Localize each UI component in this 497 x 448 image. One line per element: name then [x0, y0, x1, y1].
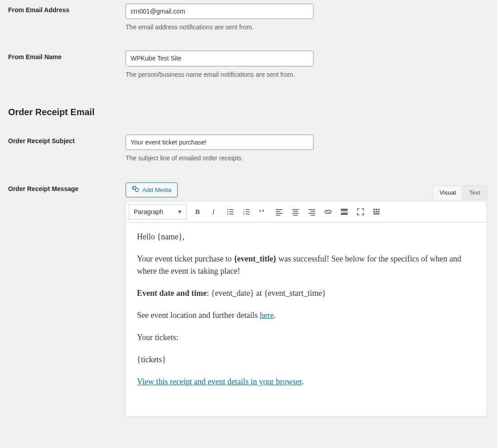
svg-rect-5 [230, 209, 234, 210]
svg-rect-21 [293, 211, 298, 212]
editor-toolbar: Paragraph ▼ B I 123 [126, 201, 487, 223]
message-line5: {tickets} [137, 354, 476, 366]
receipt-subject-label: Order Receipt Subject [8, 135, 126, 145]
svg-rect-27 [311, 215, 315, 216]
svg-rect-20 [292, 209, 299, 210]
add-media-button[interactable]: Add Media [126, 182, 178, 197]
bullet-list-button[interactable] [223, 204, 238, 219]
svg-rect-37 [374, 214, 380, 215]
svg-rect-25 [311, 211, 315, 212]
from-email-label: From Email Address [8, 4, 126, 14]
link-button[interactable] [320, 204, 336, 219]
format-dropdown[interactable]: Paragraph ▼ [129, 204, 187, 219]
here-link[interactable]: here [260, 311, 274, 320]
message-line3: See event location and further details h… [137, 309, 476, 322]
numbered-list-button[interactable]: 123 [239, 204, 254, 219]
add-media-label: Add Media [142, 187, 172, 193]
svg-rect-16 [276, 209, 283, 210]
tab-text[interactable]: Text [462, 186, 487, 200]
fullscreen-button[interactable] [353, 204, 368, 219]
svg-rect-31 [374, 209, 375, 210]
svg-rect-9 [230, 214, 234, 215]
svg-rect-11 [246, 209, 250, 210]
svg-rect-30 [341, 213, 348, 215]
align-right-button[interactable] [304, 204, 319, 219]
svg-rect-23 [293, 215, 298, 216]
svg-point-4 [227, 209, 229, 210]
from-name-input[interactable] [126, 51, 314, 66]
receipt-subject-input[interactable] [126, 135, 314, 150]
editor-content[interactable]: Hello {name}, Your event ticket purchase… [126, 223, 487, 416]
media-icon [131, 185, 140, 195]
svg-rect-15 [246, 214, 250, 215]
from-name-help: The person/business name email notificat… [126, 71, 489, 78]
svg-text:I: I [212, 208, 215, 215]
toolbar-toggle-button[interactable] [369, 204, 384, 219]
svg-rect-19 [276, 215, 281, 216]
svg-rect-22 [292, 213, 299, 214]
svg-point-6 [227, 211, 229, 213]
svg-text:3: 3 [243, 213, 244, 215]
align-left-button[interactable] [272, 204, 287, 219]
svg-text:B: B [195, 208, 200, 215]
svg-rect-26 [309, 213, 315, 214]
align-center-button[interactable] [288, 204, 303, 219]
svg-rect-18 [276, 213, 283, 214]
view-receipt-link[interactable]: View this receipt and event details in y… [137, 377, 302, 386]
order-receipt-email-heading: Order Receipt Email [8, 107, 489, 117]
svg-rect-35 [376, 211, 377, 213]
format-dropdown-label: Paragraph [134, 208, 163, 215]
message-line6: View this receipt and event details in y… [137, 376, 476, 388]
wysiwyg-editor: Paragraph ▼ B I 123 [126, 201, 487, 416]
svg-rect-13 [246, 211, 250, 212]
message-line1: Your event ticket purchase to {event_tit… [137, 253, 476, 277]
receipt-subject-help: The subject line of emailed order receip… [126, 154, 489, 162]
from-email-input[interactable] [126, 4, 314, 19]
blockquote-button[interactable] [255, 204, 271, 219]
svg-point-1 [135, 188, 139, 192]
from-email-help: The email address notifications are sent… [126, 23, 489, 31]
message-greeting: Hello {name}, [137, 231, 476, 243]
svg-rect-28 [341, 209, 348, 211]
svg-rect-32 [376, 209, 377, 210]
svg-point-8 [227, 214, 229, 215]
bold-button[interactable]: B [190, 204, 206, 219]
italic-button[interactable]: I [206, 204, 222, 219]
chevron-down-icon: ▼ [177, 209, 183, 215]
svg-rect-36 [378, 211, 380, 213]
tab-visual[interactable]: Visual [433, 186, 463, 200]
svg-rect-7 [230, 211, 234, 212]
svg-rect-33 [378, 209, 380, 210]
message-line2: Event date and time: {event_date} at {ev… [137, 287, 476, 299]
svg-rect-17 [276, 211, 281, 212]
read-more-button[interactable] [337, 204, 352, 219]
svg-rect-34 [374, 211, 375, 213]
receipt-message-label: Order Receipt Message [8, 182, 126, 192]
message-line4: Your tickets: [137, 331, 476, 344]
svg-rect-29 [341, 211, 348, 212]
svg-rect-24 [309, 209, 315, 210]
from-name-label: From Email Name [8, 51, 126, 61]
